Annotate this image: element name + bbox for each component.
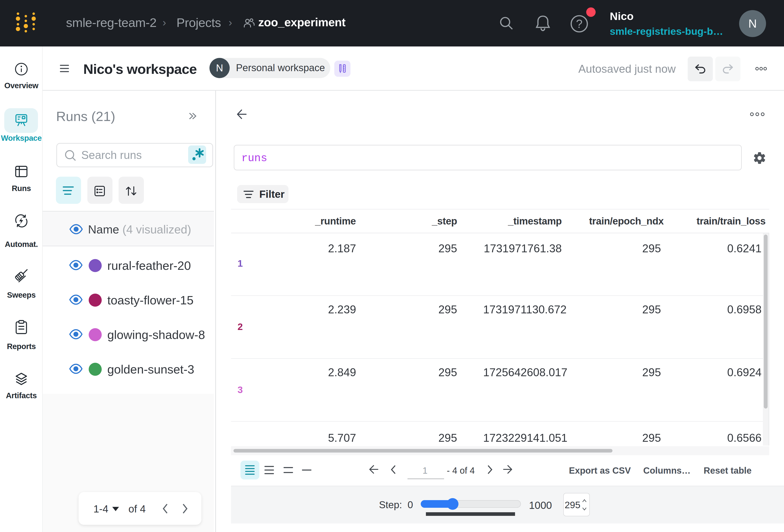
svg-text:?: ? [576,17,583,30]
